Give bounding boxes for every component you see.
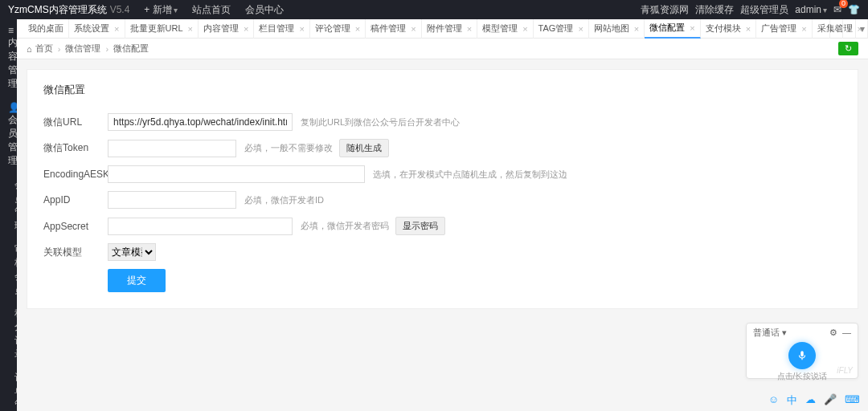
- home-icon[interactable]: ⌂: [27, 44, 32, 54]
- brand-version: V5.4: [110, 4, 130, 15]
- tab[interactable]: 我的桌面: [23, 19, 69, 39]
- tab-bar: 我的桌面系统设置×批量更新URL×内容管理×栏目管理×评论管理×稿件管理×附件管…: [17, 19, 868, 39]
- voice-watermark: iFLY: [837, 366, 853, 375]
- bi-cloud-icon[interactable]: ☁: [805, 393, 816, 408]
- bi-cn-icon[interactable]: 中: [787, 393, 797, 408]
- sidebar-item[interactable]: 审核会员: [0, 238, 17, 302]
- panel-title: 微信配置: [43, 78, 841, 105]
- tab[interactable]: 栏目管理×: [254, 19, 309, 39]
- appid-input[interactable]: [108, 191, 236, 209]
- secret-input[interactable]: [108, 218, 293, 235]
- bi-kb-icon[interactable]: ⌨: [845, 393, 860, 408]
- token-generate-button[interactable]: 随机生成: [339, 139, 389, 157]
- sidebar-group[interactable]: ≡ 内容管理˅: [0, 19, 17, 96]
- tab[interactable]: 稿件管理×: [366, 19, 421, 39]
- voice-settings-icon[interactable]: ⚙: [829, 328, 837, 337]
- tab-close-icon[interactable]: ×: [801, 24, 806, 34]
- token-hint: 必填，一般不需要修改: [244, 142, 333, 154]
- url-hint: 复制此URL到微信公众号后台开发者中心: [301, 116, 460, 128]
- tab-close-icon[interactable]: ×: [522, 24, 527, 34]
- mail-badge: 0: [839, 0, 848, 8]
- tab[interactable]: 网站地图×: [589, 19, 645, 39]
- form-panel: 微信配置 微信URL 复制此URL到微信公众号后台开发者中心 微信Token 必…: [27, 69, 858, 309]
- bi-face-icon[interactable]: ☺: [768, 393, 779, 408]
- tab[interactable]: 广告管理×: [756, 19, 812, 39]
- top-add[interactable]: 新增▾: [144, 3, 178, 17]
- tab-prev[interactable]: ‹: [829, 19, 842, 39]
- top-bar: YzmCMS内容管理系统 V5.4 新增▾ 站点首页 会员中心 青狐资源网 清除…: [0, 0, 868, 19]
- model-label: 关联模型: [43, 246, 108, 259]
- voice-widget: 普通话 ▾ ⚙— 点击/长按说话 iFLY: [746, 323, 858, 379]
- tab-close-icon[interactable]: ×: [188, 24, 193, 34]
- top-user[interactable]: admin▾: [795, 4, 827, 15]
- url-label: 微信URL: [43, 116, 108, 129]
- tab-close-icon[interactable]: ×: [299, 24, 304, 34]
- mail-icon[interactable]: ✉0: [833, 4, 841, 15]
- tab[interactable]: 内容管理×: [199, 19, 254, 39]
- tab-close-icon[interactable]: ×: [244, 24, 248, 34]
- sidebar-item[interactable]: 会员管理: [0, 173, 17, 238]
- tab-close-icon[interactable]: ×: [355, 24, 360, 34]
- tab[interactable]: 微信配置×: [645, 19, 700, 39]
- tab-close-icon[interactable]: ×: [114, 24, 119, 34]
- sidebar-item[interactable]: 订单管理: [0, 366, 17, 411]
- top-role: 超级管理员: [740, 3, 788, 17]
- tab-controls: ‹ › ▾: [829, 19, 868, 39]
- sidebar: ≡ 内容管理˅👤 会员管理˄会员管理审核会员积分记录订单管理消息管理群发消息会员…: [0, 19, 17, 411]
- breadcrumb: ⌂ 首页 › 微信管理 › 微信配置 ↻: [17, 39, 868, 59]
- sidebar-group[interactable]: 👤 会员管理˄: [0, 96, 17, 173]
- mic-icon: [796, 350, 808, 361]
- tab-close-icon[interactable]: ×: [578, 24, 583, 34]
- tab[interactable]: 附件管理×: [422, 19, 477, 39]
- main-area: 我的桌面系统设置×批量更新URL×内容管理×栏目管理×评论管理×稿件管理×附件管…: [17, 19, 868, 411]
- token-input[interactable]: [108, 140, 236, 157]
- appid-hint: 必填，微信开发者ID: [244, 194, 324, 206]
- top-site-home[interactable]: 站点首页: [192, 3, 231, 17]
- tab[interactable]: 评论管理×: [310, 19, 366, 39]
- secret-label: AppSecret: [43, 221, 108, 232]
- top-member-center[interactable]: 会员中心: [245, 3, 284, 17]
- refresh-button[interactable]: ↻: [838, 42, 858, 55]
- bc-p2: 微信配置: [113, 43, 149, 55]
- tab[interactable]: 模型管理×: [477, 19, 533, 39]
- aes-hint: 选填，在开发模式中点随机生成，然后复制到这边: [373, 169, 567, 181]
- tab[interactable]: 批量更新URL×: [125, 19, 199, 39]
- tab-close-icon[interactable]: ×: [467, 24, 472, 34]
- tab[interactable]: 系统设置×: [69, 19, 125, 39]
- aes-label: EncodingAESKey: [43, 169, 108, 180]
- tab-close-icon[interactable]: ×: [746, 24, 751, 34]
- brand-name: YzmCMS内容管理系统: [8, 3, 107, 17]
- appid-label: AppID: [43, 194, 108, 206]
- token-label: 微信Token: [43, 141, 108, 155]
- tab[interactable]: TAG管理×: [534, 19, 589, 39]
- tab-next[interactable]: ›: [842, 19, 855, 39]
- aes-input[interactable]: [108, 165, 365, 183]
- tab-menu[interactable]: ▾: [855, 19, 868, 39]
- bottom-toolbar: ☺ 中 ☁ 🎤 ⌨: [768, 393, 860, 408]
- show-password-button[interactable]: 显示密码: [395, 217, 445, 235]
- top-source[interactable]: 青狐资源网: [641, 3, 689, 17]
- top-clear-cache[interactable]: 清除缓存: [695, 3, 734, 17]
- tab[interactable]: 支付模块×: [701, 19, 756, 39]
- bc-home[interactable]: 首页: [35, 43, 53, 55]
- mic-button[interactable]: [788, 342, 816, 369]
- bi-mic-icon[interactable]: 🎤: [824, 393, 837, 408]
- tab-close-icon[interactable]: ×: [690, 23, 694, 33]
- user-icon[interactable]: 👕: [848, 4, 860, 15]
- voice-minimize-icon[interactable]: —: [842, 328, 851, 337]
- voice-lang[interactable]: 普通话 ▾: [753, 327, 787, 339]
- tab-close-icon[interactable]: ×: [411, 24, 416, 34]
- secret-hint: 必填，微信开发者密码: [301, 220, 389, 232]
- bc-p1[interactable]: 微信管理: [65, 43, 100, 55]
- tab-close-icon[interactable]: ×: [634, 24, 639, 34]
- sidebar-item[interactable]: 积分记录: [0, 302, 17, 366]
- url-input[interactable]: [108, 113, 293, 131]
- model-select[interactable]: 文章模型: [108, 243, 156, 261]
- submit-button[interactable]: 提交: [108, 269, 166, 292]
